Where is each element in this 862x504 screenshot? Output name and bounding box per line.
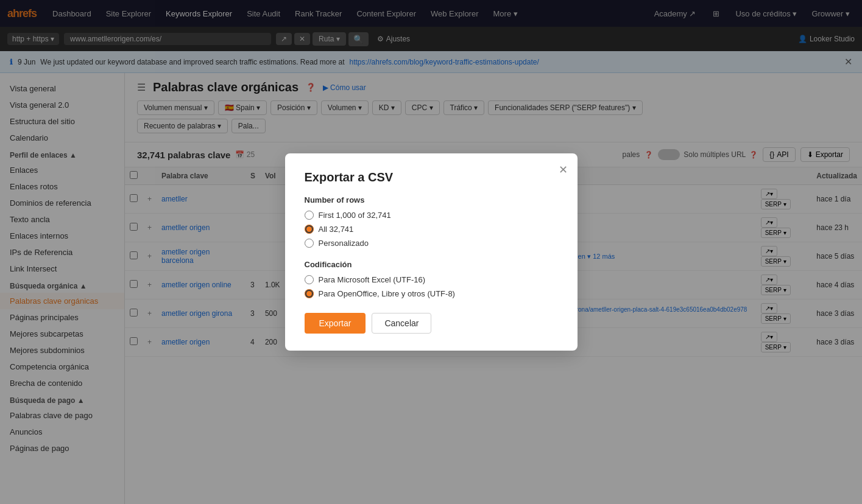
radio-custom[interactable] xyxy=(305,239,314,248)
radio-utf8-label: Para OpenOffice, Libre y otros (UTF-8) xyxy=(319,289,455,298)
radio-option-utf16[interactable]: Para Microsoft Excel (UTF-16) xyxy=(305,275,558,284)
modal-title: Exportar a CSV xyxy=(305,170,558,184)
radio-option-all[interactable]: All 32,741 xyxy=(305,225,558,234)
radio-option-utf8[interactable]: Para OpenOffice, Libre y otros (UTF-8) xyxy=(305,289,558,298)
modal-actions: Exportar Cancelar xyxy=(305,313,558,334)
rows-label: Number of rows xyxy=(305,195,558,205)
export-modal: ✕ Exportar a CSV Number of rows First 1,… xyxy=(285,153,578,351)
modal-overlay[interactable]: ✕ Exportar a CSV Number of rows First 1,… xyxy=(0,0,862,504)
radio-utf16-label: Para Microsoft Excel (UTF-16) xyxy=(319,275,426,284)
modal-cancel-button[interactable]: Cancelar xyxy=(372,313,431,334)
encoding-radio-group: Para Microsoft Excel (UTF-16) Para OpenO… xyxy=(305,275,558,298)
modal-export-button[interactable]: Exportar xyxy=(305,313,366,334)
encoding-label: Codificación xyxy=(305,260,558,269)
radio-option-first[interactable]: First 1,000 of 32,741 xyxy=(305,211,558,220)
radio-all-label: All 32,741 xyxy=(319,225,354,234)
radio-option-custom[interactable]: Personalizado xyxy=(305,239,558,248)
radio-first-label: First 1,000 of 32,741 xyxy=(319,211,391,220)
radio-utf16[interactable] xyxy=(305,275,314,284)
radio-all[interactable] xyxy=(305,225,314,234)
rows-radio-group: First 1,000 of 32,741 All 32,741 Persona… xyxy=(305,211,558,248)
modal-close-button[interactable]: ✕ xyxy=(559,163,568,177)
radio-first[interactable] xyxy=(305,211,314,220)
radio-utf8[interactable] xyxy=(305,289,314,298)
radio-custom-label: Personalizado xyxy=(319,239,369,248)
